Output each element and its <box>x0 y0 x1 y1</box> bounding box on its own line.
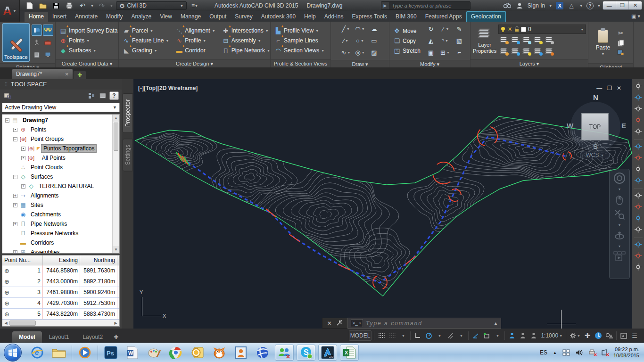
ribbon-item-sample-lines[interactable]: ⌐*Sample Lines <box>273 36 326 45</box>
tree-expander[interactable]: − <box>5 118 9 123</box>
draw-tool-0[interactable]: ╱ ▼ <box>339 23 353 35</box>
ribbon-item-feature-line[interactable]: ∿*Feature Line▼ <box>121 36 170 45</box>
draw-tool-3[interactable]: ∕ ▼ <box>339 35 353 47</box>
tree-item-alignments[interactable]: +⇢Alignments <box>2 191 112 200</box>
open-button[interactable] <box>38 1 48 10</box>
layer-tool-1-1[interactable] <box>510 46 521 57</box>
tree-item-terreno-natural[interactable]: +◇TERRENO NATURAL <box>2 181 112 191</box>
ribbon-item-import-survey-data[interactable]: ▤*Import Survey Data <box>58 26 119 35</box>
point-tool-icon-10[interactable] <box>634 203 642 213</box>
modify-tool-3[interactable]: ◭ <box>424 35 438 47</box>
tree-item-point-groups[interactable]: −[⊕]Point Groups <box>2 134 112 144</box>
tab-modify[interactable]: Modify <box>102 12 127 22</box>
point-tool-icon-1[interactable] <box>634 93 642 103</box>
show-hidden-icons[interactable]: ▲ <box>553 351 557 355</box>
tree-item-puntos-topograficos[interactable]: •[⊕]◤Puntos Topograficos <box>2 144 112 153</box>
toolbox-palette-toggle[interactable] <box>43 37 53 48</box>
tab-help[interactable]: Help <box>300 12 320 22</box>
ortho-toggle[interactable] <box>413 330 422 341</box>
hardware-accel-toggle[interactable] <box>594 330 603 341</box>
tree-item-surfaces[interactable]: −◇Surfaces <box>2 172 112 181</box>
layout-tab-layout2[interactable]: Layout2 <box>76 331 109 343</box>
layout-tab-model[interactable]: Model <box>12 331 42 343</box>
modify-tool-6[interactable]: ▣ <box>424 47 438 58</box>
tab-insert[interactable]: Insert <box>48 12 71 22</box>
taskbar-app-wmp[interactable] <box>75 345 94 361</box>
ribbon-item-points[interactable]: ⊕*Points▼ <box>58 36 119 45</box>
start-button[interactable] <box>4 344 22 362</box>
modify-tool-8[interactable]: ⌐ <box>452 47 466 58</box>
grid-display-toggle[interactable] <box>388 330 397 341</box>
tab-autodesk-360[interactable]: Autodesk 360 <box>257 12 300 22</box>
ribbon-item-assembly[interactable]: ⊟*Assembly▼ <box>221 36 272 45</box>
volume-icon[interactable] <box>576 349 583 356</box>
viewcube-north[interactable]: N <box>593 93 598 101</box>
taskbar-app-skype[interactable]: S <box>297 345 315 361</box>
taskbar-app-ps[interactable]: Ps <box>101 345 120 361</box>
modify-tool-7[interactable]: ⊞ ▼ <box>438 47 452 58</box>
signin-dropdown[interactable]: ▼ <box>549 4 552 8</box>
table-row[interactable]: ⊕47429.7030m5912.7530m <box>2 298 120 309</box>
tab-manage[interactable]: Manage <box>176 12 205 22</box>
tree-item-assemblies[interactable]: +⊞Assemblies <box>2 247 112 254</box>
viewcube-south[interactable]: S <box>593 142 598 150</box>
tab-home[interactable]: Home <box>25 12 48 22</box>
osnap-toggle[interactable] <box>482 330 491 341</box>
qat-customize-button[interactable]: ≡▼ <box>190 1 200 10</box>
redo-button[interactable]: ↷ <box>97 1 107 10</box>
status-menu-button[interactable]: ☰ <box>630 330 639 341</box>
tab-annotate[interactable]: Annotate <box>71 12 102 22</box>
table-row[interactable]: ⊕27443.0000m5892.7180m <box>2 276 120 287</box>
draw-tool-7[interactable]: ◎ ▼ <box>353 47 367 58</box>
modify-stretch[interactable]: ◳Stretch <box>392 47 422 55</box>
column-header-easting[interactable]: Easting <box>43 255 80 265</box>
tree-item-catchments[interactable]: ◉Catchments <box>2 210 112 219</box>
modify-tool-5[interactable]: ▧ <box>452 35 466 47</box>
orbit-icon[interactable] <box>614 230 625 241</box>
modify-tool-2[interactable]: ✎ <box>452 23 466 35</box>
wcs-menu[interactable]: WCS▼ <box>580 151 610 159</box>
draw-tool-8[interactable]: ▨ <box>367 47 381 58</box>
printer-status-icon[interactable]: ✕ <box>588 349 595 356</box>
annotation-autoscale-toggle[interactable] <box>518 330 528 341</box>
tab-featured-apps[interactable]: Featured Apps <box>421 12 466 22</box>
customization-button[interactable]: ✚ <box>583 330 592 341</box>
tab-add-ins[interactable]: Add-ins <box>320 12 348 22</box>
layer-properties-button[interactable]: LayerProperties <box>473 27 496 54</box>
taskbar-app-chrome[interactable] <box>166 345 185 361</box>
ribbon-item-alignment[interactable]: ⋱*Alignment▼ <box>174 26 216 35</box>
exchange-apps-icon[interactable]: X <box>556 2 563 9</box>
model-space-toggle[interactable]: MODEL <box>349 330 372 341</box>
ribbon-item-parcel[interactable]: ▰*Parcel▼ <box>121 26 170 35</box>
ribbon-display-toggle[interactable]: ▣ ▾ <box>631 13 640 19</box>
ribbon-item-profile[interactable]: ∿*Profile▼ <box>174 36 216 45</box>
preview-toggle[interactable] <box>98 91 107 100</box>
redo-dropdown[interactable]: ▼ <box>110 4 113 8</box>
command-prompt-icon[interactable]: >_ ▼ <box>351 319 363 327</box>
polar-tracking-toggle[interactable] <box>424 330 433 341</box>
viewcube-west[interactable]: W <box>567 122 573 130</box>
command-customize-icon[interactable] <box>336 320 342 326</box>
point-tool-icon-7[interactable] <box>634 165 642 175</box>
viewport-controls-label[interactable]: [-][Top][2D Wireframe] <box>138 85 198 91</box>
grid-dropdown[interactable]: ▼ <box>398 330 408 341</box>
point-tool-icon-12[interactable] <box>634 225 642 235</box>
annotation-scale-toggle[interactable] <box>529 330 538 341</box>
tree-expander[interactable]: • <box>13 128 17 132</box>
command-line[interactable]: ✕ >_ ▼ Type a command ▲ <box>322 318 501 329</box>
help-button[interactable]: ? <box>109 91 119 100</box>
viewport-close-icon[interactable]: ✕ <box>617 85 621 91</box>
minimize-button[interactable]: — <box>603 1 616 9</box>
new-button[interactable] <box>25 1 35 10</box>
plot-button[interactable] <box>64 1 74 10</box>
view-mode-dropdown[interactable]: Active Drawing View ▼ <box>2 103 120 112</box>
draw-tool-1[interactable]: ◠ ▼ <box>353 23 367 35</box>
ribbon-item-grading[interactable]: ◣*Grading▼ <box>121 46 170 55</box>
tree-expander[interactable]: − <box>13 137 17 141</box>
layer-tool-1-0[interactable] <box>498 46 510 57</box>
cut-button[interactable]: ✂ <box>618 30 623 37</box>
application-menu-button[interactable]: A ▼ <box>0 0 20 22</box>
tree-item-pressure-networks[interactable]: ΠPressure Networks <box>2 229 112 238</box>
workspace-gear-button[interactable]: ▼ <box>569 330 581 341</box>
taskbar-app-c3d[interactable]: C3D <box>318 345 337 361</box>
